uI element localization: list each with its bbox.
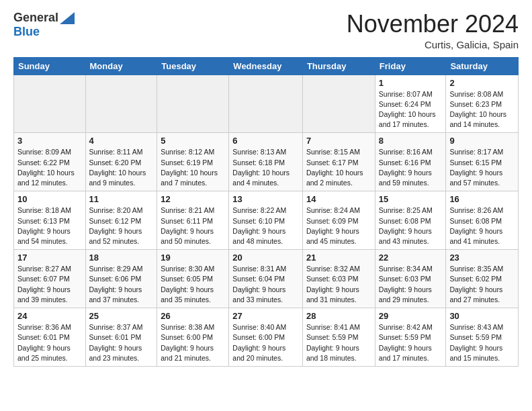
- day-number: 13: [232, 194, 299, 204]
- sunset: Sunset: 6:09 PM: [306, 217, 359, 225]
- sunrise: Sunrise: 8:43 AM: [449, 323, 503, 331]
- sunset: Sunset: 6:17 PM: [306, 158, 359, 167]
- col-thursday: Thursday: [302, 57, 375, 75]
- sunrise: Sunrise: 8:08 AM: [449, 90, 503, 98]
- sunrise: Sunrise: 8:27 AM: [17, 265, 71, 273]
- day-number: 21: [306, 253, 371, 263]
- table-row: 12Sunrise: 8:21 AMSunset: 6:11 PMDayligh…: [157, 191, 229, 250]
- table-row: 16Sunrise: 8:26 AMSunset: 6:08 PMDayligh…: [446, 191, 519, 250]
- daylight: Daylight: 9 hours and 25 minutes.: [17, 344, 71, 362]
- daylight: Daylight: 9 hours and 54 minutes.: [17, 227, 71, 245]
- day-info: Sunrise: 8:09 AMSunset: 6:22 PMDaylight:…: [17, 147, 82, 188]
- table-row: 7Sunrise: 8:15 AMSunset: 6:17 PMDaylight…: [302, 133, 375, 191]
- day-number: 12: [161, 194, 225, 204]
- sunrise: Sunrise: 8:38 AM: [161, 323, 214, 331]
- day-number: 3: [17, 136, 82, 146]
- day-info: Sunrise: 8:11 AMSunset: 6:20 PMDaylight:…: [89, 147, 154, 188]
- sunset: Sunset: 6:22 PM: [17, 158, 70, 167]
- sunrise: Sunrise: 8:34 AM: [379, 265, 433, 273]
- day-number: 2: [449, 78, 515, 88]
- col-tuesday: Tuesday: [157, 57, 229, 75]
- day-number: 14: [306, 194, 371, 204]
- sunset: Sunset: 6:23 PM: [449, 100, 502, 108]
- sunrise: Sunrise: 8:29 AM: [89, 265, 143, 273]
- sunrise: Sunrise: 8:17 AM: [449, 148, 503, 156]
- table-row: 19Sunrise: 8:30 AMSunset: 6:05 PMDayligh…: [157, 250, 229, 308]
- table-row: [157, 75, 229, 133]
- daylight: Daylight: 10 hours and 12 minutes.: [17, 169, 75, 187]
- table-row: 22Sunrise: 8:34 AMSunset: 6:03 PMDayligh…: [375, 250, 446, 308]
- daylight: Daylight: 9 hours and 21 minutes.: [161, 344, 214, 362]
- daylight: Daylight: 9 hours and 20 minutes.: [232, 344, 285, 362]
- sunrise: Sunrise: 8:07 AM: [379, 90, 433, 98]
- day-number: 1: [379, 78, 443, 88]
- day-info: Sunrise: 8:20 AMSunset: 6:12 PMDaylight:…: [89, 205, 154, 246]
- daylight: Daylight: 9 hours and 18 minutes.: [306, 344, 359, 362]
- location: Curtis, Galicia, Spain: [347, 39, 519, 50]
- day-info: Sunrise: 8:42 AMSunset: 5:59 PMDaylight:…: [379, 322, 443, 363]
- sunset: Sunset: 6:08 PM: [379, 217, 431, 225]
- sunrise: Sunrise: 8:22 AM: [232, 206, 286, 214]
- day-number: 29: [379, 311, 443, 321]
- daylight: Daylight: 9 hours and 45 minutes.: [306, 227, 359, 245]
- calendar-week-row: 17Sunrise: 8:27 AMSunset: 6:07 PMDayligh…: [14, 250, 519, 308]
- day-number: 19: [161, 253, 225, 263]
- day-info: Sunrise: 8:15 AMSunset: 6:17 PMDaylight:…: [306, 147, 371, 188]
- table-row: [302, 75, 375, 133]
- sunrise: Sunrise: 8:30 AM: [161, 265, 214, 273]
- daylight: Daylight: 10 hours and 14 minutes.: [449, 110, 506, 128]
- day-number: 22: [379, 253, 443, 263]
- sunrise: Sunrise: 8:25 AM: [379, 206, 433, 214]
- day-number: 15: [379, 194, 443, 204]
- day-info: Sunrise: 8:36 AMSunset: 6:01 PMDaylight:…: [17, 322, 82, 363]
- page: General Blue November 2024 Curtis, Galic…: [0, 0, 532, 377]
- sunset: Sunset: 6:01 PM: [89, 333, 142, 341]
- day-info: Sunrise: 8:18 AMSunset: 6:13 PMDaylight:…: [17, 205, 82, 246]
- table-row: 1Sunrise: 8:07 AMSunset: 6:24 PMDaylight…: [375, 75, 446, 133]
- sunrise: Sunrise: 8:31 AM: [232, 265, 286, 273]
- sunrise: Sunrise: 8:18 AM: [17, 206, 71, 214]
- table-row: 30Sunrise: 8:43 AMSunset: 5:59 PMDayligh…: [446, 308, 519, 367]
- table-row: 24Sunrise: 8:36 AMSunset: 6:01 PMDayligh…: [14, 308, 86, 367]
- calendar-week-row: 1Sunrise: 8:07 AMSunset: 6:24 PMDaylight…: [14, 75, 519, 133]
- day-info: Sunrise: 8:43 AMSunset: 5:59 PMDaylight:…: [449, 322, 515, 363]
- calendar-header-row: Sunday Monday Tuesday Wednesday Thursday…: [14, 57, 519, 75]
- daylight: Daylight: 9 hours and 23 minutes.: [89, 344, 142, 362]
- table-row: [14, 75, 86, 133]
- table-row: 29Sunrise: 8:42 AMSunset: 5:59 PMDayligh…: [375, 308, 446, 367]
- daylight: Daylight: 9 hours and 57 minutes.: [449, 169, 502, 187]
- daylight: Daylight: 9 hours and 59 minutes.: [379, 169, 432, 187]
- table-row: 13Sunrise: 8:22 AMSunset: 6:10 PMDayligh…: [229, 191, 303, 250]
- table-row: 21Sunrise: 8:32 AMSunset: 6:03 PMDayligh…: [302, 250, 375, 308]
- table-row: 8Sunrise: 8:16 AMSunset: 6:16 PMDaylight…: [375, 133, 446, 191]
- daylight: Daylight: 10 hours and 4 minutes.: [232, 169, 290, 187]
- col-monday: Monday: [85, 57, 157, 75]
- col-sunday: Sunday: [14, 57, 86, 75]
- col-wednesday: Wednesday: [229, 57, 303, 75]
- table-row: 4Sunrise: 8:11 AMSunset: 6:20 PMDaylight…: [85, 133, 157, 191]
- table-row: 6Sunrise: 8:13 AMSunset: 6:18 PMDaylight…: [229, 133, 303, 191]
- day-info: Sunrise: 8:21 AMSunset: 6:11 PMDaylight:…: [161, 205, 225, 246]
- logo-icon: [60, 12, 75, 24]
- table-row: 27Sunrise: 8:40 AMSunset: 6:00 PMDayligh…: [229, 308, 303, 367]
- sunset: Sunset: 6:05 PM: [161, 275, 213, 283]
- table-row: 25Sunrise: 8:37 AMSunset: 6:01 PMDayligh…: [85, 308, 157, 367]
- sunset: Sunset: 6:19 PM: [161, 158, 213, 167]
- daylight: Daylight: 9 hours and 41 minutes.: [449, 227, 502, 245]
- daylight: Daylight: 10 hours and 2 minutes.: [306, 169, 363, 187]
- col-friday: Friday: [375, 57, 446, 75]
- day-number: 9: [449, 136, 515, 146]
- day-info: Sunrise: 8:35 AMSunset: 6:02 PMDaylight:…: [449, 264, 515, 305]
- calendar-week-row: 24Sunrise: 8:36 AMSunset: 6:01 PMDayligh…: [14, 308, 519, 367]
- day-number: 24: [17, 311, 82, 321]
- table-row: 10Sunrise: 8:18 AMSunset: 6:13 PMDayligh…: [14, 191, 86, 250]
- table-row: 9Sunrise: 8:17 AMSunset: 6:15 PMDaylight…: [446, 133, 519, 191]
- sunset: Sunset: 6:02 PM: [449, 275, 502, 283]
- sunset: Sunset: 5:59 PM: [449, 333, 502, 341]
- sunrise: Sunrise: 8:36 AM: [17, 323, 71, 331]
- sunset: Sunset: 5:59 PM: [306, 333, 359, 341]
- daylight: Daylight: 9 hours and 50 minutes.: [161, 227, 214, 245]
- day-info: Sunrise: 8:17 AMSunset: 6:15 PMDaylight:…: [449, 147, 515, 188]
- table-row: [229, 75, 303, 133]
- col-saturday: Saturday: [446, 57, 519, 75]
